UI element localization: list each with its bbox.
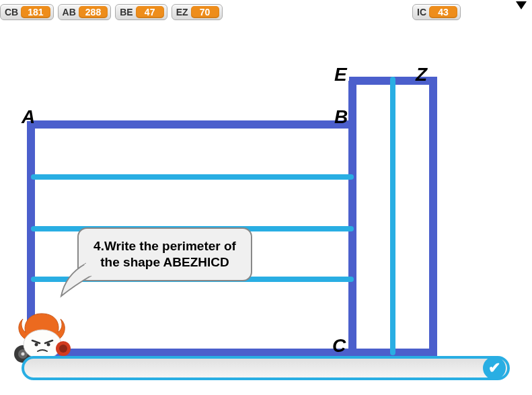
answer-bar: ✔: [22, 355, 506, 381]
segment-pill-be: BE 47: [115, 4, 167, 20]
shape-svg: [0, 27, 532, 363]
vertex-label-e: E: [334, 64, 347, 85]
segment-label: IC: [417, 7, 426, 17]
segment-value: 43: [429, 6, 457, 18]
segment-pill-ez: EZ 70: [172, 4, 223, 20]
segment-pill-ic: IC 43: [412, 4, 461, 20]
geometry-canvas: A B E Z C: [0, 27, 532, 363]
svg-point-20: [59, 345, 67, 353]
answer-input[interactable]: [22, 356, 510, 380]
vertex-label-z: Z: [416, 64, 427, 85]
svg-point-17: [35, 343, 38, 347]
vertex-label-a: A: [22, 106, 35, 128]
submit-button[interactable]: ✔: [483, 357, 506, 380]
question-text: 4.Write the perimeter of the shape ABEZH…: [93, 239, 236, 269]
segment-value: 70: [191, 6, 219, 18]
segment-label: BE: [120, 7, 132, 17]
segment-value: 47: [136, 6, 164, 18]
vertex-label-c: C: [332, 335, 346, 357]
segment-values-bar: CB 181 AB 288 BE 47 EZ 70 IC 43: [0, 2, 532, 22]
check-icon: ✔: [488, 359, 500, 377]
speech-tail-icon: [59, 258, 99, 299]
corner-decoration: [512, 0, 531, 12]
segment-value: 181: [21, 6, 50, 18]
segment-label: EZ: [176, 7, 188, 17]
vertex-label-b: B: [334, 106, 348, 128]
segment-value: 288: [79, 6, 108, 18]
segment-pill-ab: AB 288: [58, 4, 112, 20]
question-bubble: 4.Write the perimeter of the shape ABEZH…: [77, 227, 252, 281]
segment-label: AB: [63, 7, 76, 17]
segment-label: CB: [5, 7, 18, 17]
svg-point-18: [47, 343, 50, 347]
segment-pill-cb: CB 181: [0, 4, 54, 20]
